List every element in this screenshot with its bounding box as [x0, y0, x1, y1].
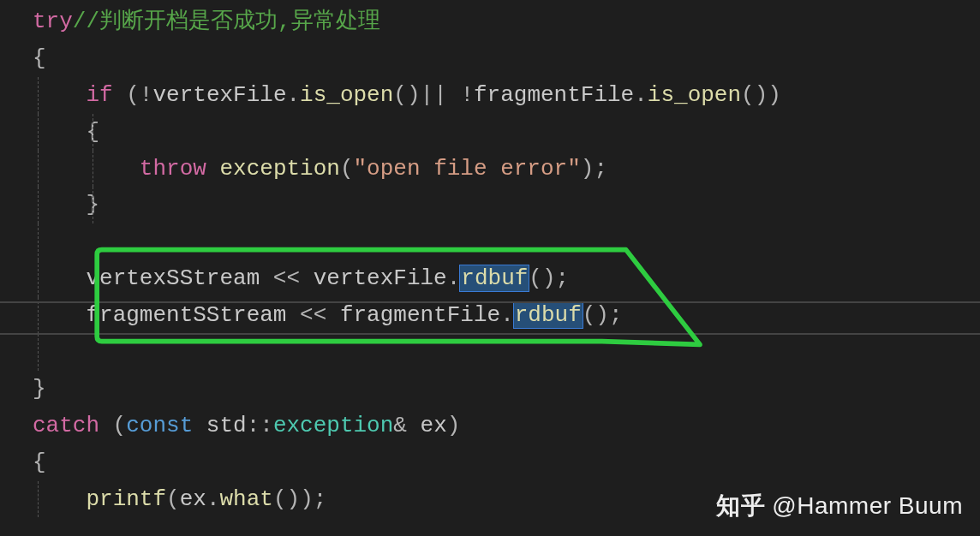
identifier: ex	[421, 413, 447, 438]
paren-open: (	[166, 486, 180, 512]
horizontal-divider	[0, 301, 980, 303]
method-name: is_open	[648, 82, 741, 108]
op-stream: <<	[260, 265, 313, 291]
dot: .	[500, 302, 514, 328]
code-line[interactable]: throw exception("open file error");	[33, 151, 980, 188]
op-or: ||	[421, 82, 447, 108]
brace-close: }	[33, 376, 46, 402]
code-line[interactable]	[33, 223, 980, 260]
op-not: !	[460, 82, 474, 108]
identifier: fragmentFile	[474, 82, 634, 108]
semicolon: ;	[314, 486, 327, 512]
dot: .	[634, 82, 648, 108]
method-name: is_open	[300, 82, 393, 108]
brace-open: {	[33, 45, 46, 71]
paren-open: (	[99, 413, 126, 438]
call-parens: ()	[741, 82, 768, 108]
dot: .	[447, 265, 461, 291]
paren-close: )	[447, 413, 461, 438]
semicolon: ;	[556, 265, 570, 291]
call-parens: ()	[393, 82, 420, 108]
comment: //判断开档是否成功,异常处理	[73, 9, 380, 34]
keyword-if: if	[86, 82, 112, 108]
watermark-username: Hammer Buum	[797, 492, 963, 519]
paren-open: (	[340, 156, 354, 182]
exception-ctor: exception	[219, 156, 339, 182]
code-line[interactable]: {	[33, 40, 980, 77]
watermark-zhihu: 知乎	[716, 492, 765, 519]
method-name: what	[219, 486, 272, 512]
call-parens: ()	[529, 265, 555, 291]
code-line[interactable]: {	[33, 444, 980, 481]
type-name: exception	[273, 413, 393, 438]
identifier: fragmentSStream	[86, 302, 286, 328]
code-line[interactable]: try//判断开档是否成功,异常处理	[33, 3, 980, 40]
string-literal: "open file error"	[354, 156, 581, 182]
keyword-try: try	[33, 9, 73, 34]
code-line[interactable]: {	[33, 114, 980, 151]
watermark-at: @	[765, 492, 797, 519]
identifier: vertexSStream	[86, 265, 260, 291]
code-line[interactable]: if (!vertexFile.is_open()|| !fragmentFil…	[33, 77, 980, 114]
namespace: std	[206, 413, 247, 438]
brace-open: {	[33, 450, 46, 475]
keyword-const: const	[126, 413, 193, 438]
code-line[interactable]	[33, 334, 980, 371]
paren-open: (	[113, 82, 140, 108]
code-line[interactable]: vertexSStream << vertexFile.rdbuf();	[33, 260, 980, 297]
function-name: printf	[86, 486, 166, 512]
code-line[interactable]: }	[33, 187, 980, 223]
identifier: fragmentFile	[340, 302, 500, 328]
call-parens: ()	[273, 486, 300, 512]
keyword-catch: catch	[33, 413, 99, 438]
call-parens: ()	[583, 302, 609, 328]
op-amp: &	[393, 413, 420, 438]
code-line[interactable]: }	[33, 371, 980, 408]
horizontal-divider	[0, 333, 980, 335]
keyword-throw: throw	[140, 156, 206, 182]
code-line[interactable]: catch (const std::exception& ex)	[33, 408, 980, 444]
scope-op: ::	[247, 413, 273, 438]
op-not: !	[140, 82, 153, 108]
dot: .	[206, 486, 220, 512]
semicolon: ;	[609, 302, 623, 328]
identifier: vertexFile	[152, 82, 286, 108]
semicolon: ;	[594, 156, 607, 182]
identifier: vertexFile	[314, 265, 447, 291]
method-name-selected: rdbuf	[514, 302, 583, 328]
dot: .	[287, 82, 301, 108]
code-editor[interactable]: try//判断开档是否成功,异常处理 { if (!vertexFile.is_…	[0, 0, 980, 517]
op-stream: <<	[286, 302, 339, 328]
paren-close: )	[300, 486, 314, 512]
watermark: 知乎 @Hammer Buum	[716, 486, 963, 526]
identifier: ex	[180, 486, 206, 512]
paren-close: )	[768, 82, 781, 108]
paren-close: )	[581, 156, 595, 182]
method-name-selected: rdbuf	[460, 265, 529, 291]
